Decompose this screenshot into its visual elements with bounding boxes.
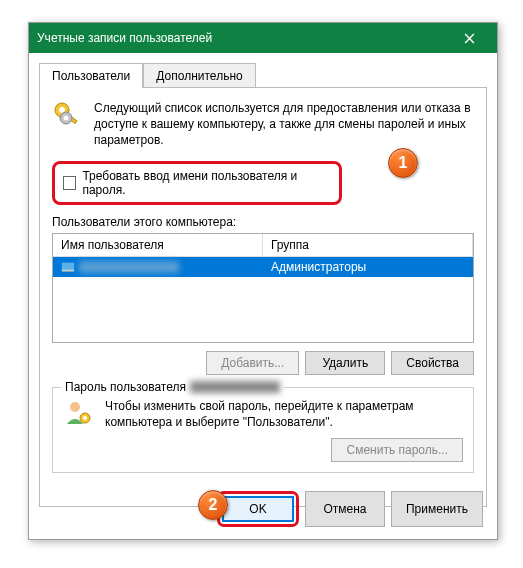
require-login-highlight: Требовать ввод имени пользователя и паро… bbox=[52, 161, 342, 205]
users-list-label: Пользователи этого компьютера: bbox=[52, 215, 474, 229]
user-key-icon bbox=[63, 398, 95, 430]
change-password-button[interactable]: Сменить пароль... bbox=[331, 438, 463, 462]
titlebar: Учетные записи пользователей bbox=[29, 23, 497, 53]
tab-content: Следующий список используется для предос… bbox=[39, 87, 487, 507]
require-login-label: Требовать ввод имени пользователя и паро… bbox=[82, 169, 331, 197]
legend-username-blurred bbox=[190, 381, 280, 393]
keys-icon bbox=[52, 100, 84, 132]
require-login-checkbox[interactable] bbox=[63, 176, 76, 190]
ok-highlight: OK bbox=[217, 491, 299, 527]
ok-button[interactable]: OK bbox=[222, 496, 294, 522]
svg-point-4 bbox=[64, 116, 69, 121]
legend-prefix: Пароль пользователя bbox=[65, 380, 186, 394]
description-text: Следующий список используется для предос… bbox=[94, 100, 474, 149]
callout-2: 2 bbox=[198, 490, 228, 520]
tab-advanced[interactable]: Дополнительно bbox=[143, 63, 255, 88]
footer-buttons: OK Отмена Применить bbox=[217, 491, 483, 527]
password-fieldset: Пароль пользователя Чтобы изменить свой … bbox=[52, 387, 474, 473]
list-header: Имя пользователя Группа bbox=[53, 234, 473, 257]
close-icon bbox=[464, 33, 475, 44]
username-blurred bbox=[79, 261, 179, 273]
password-text: Чтобы изменить свой пароль, перейдите к … bbox=[105, 398, 463, 430]
remove-button[interactable]: Удалить bbox=[305, 351, 385, 375]
svg-point-9 bbox=[83, 416, 87, 420]
column-header-name[interactable]: Имя пользователя bbox=[53, 234, 263, 256]
table-row[interactable]: Администраторы bbox=[53, 257, 473, 277]
tab-users[interactable]: Пользователи bbox=[39, 63, 143, 88]
cancel-button[interactable]: Отмена bbox=[305, 491, 385, 527]
user-accounts-dialog: Учетные записи пользователей Пользовател… bbox=[28, 22, 498, 540]
user-group: Администраторы bbox=[263, 257, 473, 277]
column-header-group[interactable]: Группа bbox=[263, 234, 473, 256]
close-button[interactable] bbox=[449, 23, 489, 53]
tabs: Пользователи Дополнительно bbox=[39, 63, 487, 88]
properties-button[interactable]: Свойства bbox=[391, 351, 474, 375]
svg-rect-6 bbox=[62, 269, 74, 271]
users-list[interactable]: Имя пользователя Группа Администраторы bbox=[52, 233, 474, 343]
svg-point-7 bbox=[70, 402, 80, 412]
user-icon bbox=[61, 260, 75, 274]
apply-button[interactable]: Применить bbox=[391, 491, 483, 527]
window-title: Учетные записи пользователей bbox=[37, 31, 449, 45]
password-legend: Пароль пользователя bbox=[61, 380, 284, 394]
add-button[interactable]: Добавить... bbox=[206, 351, 299, 375]
callout-1: 1 bbox=[388, 148, 418, 178]
